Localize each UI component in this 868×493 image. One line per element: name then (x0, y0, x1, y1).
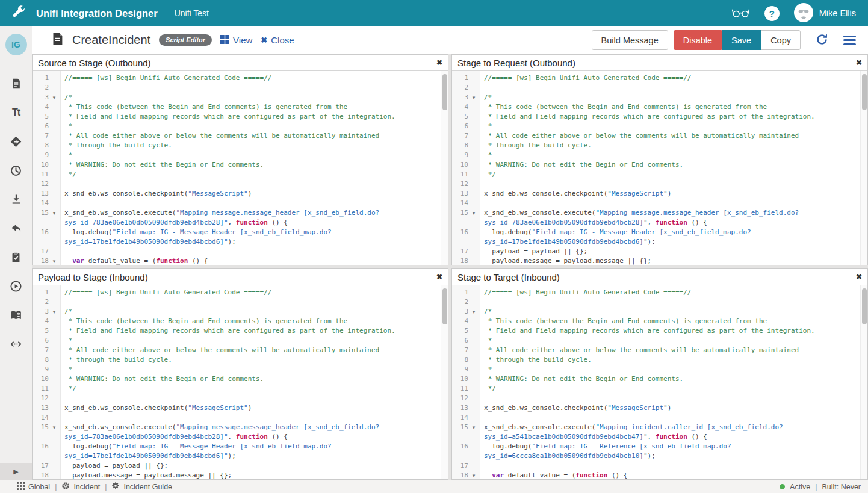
fold-toggle-icon (468, 179, 479, 189)
code-text: * (480, 122, 867, 131)
code-editor[interactable]: 1//===== [ws] Begin Unifi Auto Generated… (33, 71, 448, 265)
code-line: 7 * All code either above or below the c… (33, 131, 448, 141)
close-button[interactable]: ✖ Close (261, 35, 294, 45)
code-text: * (480, 365, 867, 374)
code-line: 15▾x_snd_eb.ws_console.execute("Mapping … (452, 208, 867, 228)
code-line: 10 * WARNING: Do not edit the Begin or E… (33, 374, 448, 384)
code-text: x_snd_eb.ws_console.checkpoint("MessageS… (61, 403, 448, 413)
app-header: Unifi Integration Designer Unifi Test ? … (0, 0, 868, 26)
wrench-icon[interactable] (11, 5, 26, 22)
scrollbar-thumb[interactable] (442, 288, 447, 324)
sidebar-item-download[interactable] (10, 193, 23, 206)
fold-toggle-icon (49, 413, 60, 423)
helm-icon (61, 482, 70, 492)
fold-toggle-icon[interactable]: ▾ (49, 208, 60, 228)
fold-toggle-icon[interactable]: ▾ (468, 471, 479, 479)
close-icon[interactable]: ✖ (856, 58, 862, 67)
close-icon[interactable]: ✖ (856, 273, 862, 281)
vertical-scrollbar[interactable] (860, 71, 867, 265)
user-menu[interactable]: Mike Ellis (794, 3, 856, 24)
sidebar-item-directions[interactable] (10, 135, 23, 148)
refresh-button[interactable] (815, 33, 829, 48)
close-label: Close (271, 35, 294, 45)
breadcrumb-incident[interactable]: Incident (61, 482, 100, 492)
fold-toggle-icon (468, 112, 479, 122)
sidebar-item-undo[interactable] (10, 222, 23, 235)
code-text: * (61, 122, 448, 131)
code-text: x_snd_eb.ws_console.execute("Mapping mes… (61, 208, 448, 228)
close-icon[interactable]: ✖ (436, 58, 442, 67)
copy-button[interactable]: Copy (761, 30, 801, 50)
scrollbar-thumb[interactable] (442, 74, 447, 110)
code-text: x_snd_eb.ws_console.execute("Mapping mes… (61, 423, 448, 442)
code-line: 13x_snd_eb.ws_console.checkpoint("Messag… (452, 189, 867, 199)
sidebar-collapse-button[interactable]: ▶ (0, 463, 32, 480)
code-text: * This code (between the Begin and End c… (61, 317, 448, 326)
fold-toggle-icon[interactable]: ▾ (49, 423, 60, 442)
fold-toggle-icon[interactable]: ▾ (468, 93, 479, 102)
fold-toggle-icon (468, 461, 479, 471)
build-message-button[interactable]: Build Message (592, 30, 668, 50)
glasses-icon[interactable] (731, 7, 750, 20)
fold-toggle-icon[interactable]: ▾ (468, 423, 479, 442)
code-text (61, 297, 448, 307)
sidebar-item-document[interactable] (10, 77, 23, 90)
record-toolbar: CreateIncident Script Editor View ✖ Clos… (32, 26, 868, 54)
fold-toggle-icon[interactable]: ▾ (49, 307, 60, 317)
vertical-scrollbar[interactable] (441, 71, 448, 265)
code-editor[interactable]: 1//===== [ws] Begin Unifi Auto Generated… (33, 285, 448, 479)
view-button[interactable]: View (220, 35, 252, 46)
line-number: 11 (33, 170, 49, 179)
menu-button[interactable] (843, 36, 856, 45)
breadcrumb-incident-guide[interactable]: Incident Guide (111, 482, 172, 492)
sidebar-item-docs[interactable] (10, 308, 23, 321)
code-line: 11 */ (33, 170, 448, 179)
vertical-scrollbar[interactable] (860, 285, 867, 479)
code-line: 18▾ var default_value = (function () { (33, 256, 448, 265)
line-number: 12 (452, 394, 468, 403)
disable-button[interactable]: Disable (674, 30, 722, 50)
line-number: 1 (452, 73, 468, 83)
scrollbar-thumb[interactable] (862, 74, 867, 110)
fold-toggle-icon (49, 179, 60, 189)
panel-stage-to-request: Stage to Request (Outbound) ✖ 1//===== [… (451, 54, 868, 265)
code-editor[interactable]: 1//===== [ws] Begin Unifi Auto Generated… (452, 285, 867, 479)
code-line: 17 (33, 247, 448, 256)
fold-toggle-icon (468, 365, 479, 374)
sidebar-item-text-format[interactable]: Tt (10, 106, 23, 119)
line-number: 9 (452, 150, 468, 160)
view-label: View (233, 35, 252, 45)
save-button[interactable]: Save (722, 30, 761, 50)
vertical-scrollbar[interactable] (441, 285, 448, 479)
line-number: 3 (452, 307, 468, 317)
code-editor[interactable]: 1//===== [ws] Begin Unifi Auto Generated… (452, 71, 867, 265)
sidebar-item-code[interactable] (10, 337, 23, 350)
fold-toggle-icon (468, 189, 479, 199)
scope-global[interactable]: Global (17, 482, 50, 492)
code-line: 16 log.debug("Field map: IG - Message He… (33, 442, 448, 461)
fold-toggle-icon (49, 199, 60, 208)
code-line: 5 * Field and Field mapping records whic… (452, 326, 867, 336)
sidebar: IG Tt (0, 26, 32, 480)
fold-toggle-icon (49, 228, 60, 247)
code-line: 16 log.debug("Field map: IG - Message He… (33, 228, 448, 247)
help-icon[interactable]: ? (764, 6, 780, 21)
code-text: * All code either above or below the com… (61, 346, 448, 355)
sidebar-item-history[interactable] (10, 164, 23, 177)
fold-toggle-icon[interactable]: ▾ (49, 93, 60, 102)
code-text: payload = payload || {}; (480, 247, 867, 256)
close-icon[interactable]: ✖ (436, 273, 442, 281)
sidebar-item-run[interactable] (10, 279, 23, 293)
code-line: 1//===== [ws] Begin Unifi Auto Generated… (33, 288, 448, 297)
code-text: log.debug("Field map: IG - Message Heade… (61, 228, 448, 247)
integration-avatar[interactable]: IG (5, 34, 27, 55)
fold-toggle-icon (49, 112, 60, 122)
line-number: 9 (33, 150, 49, 160)
line-number: 11 (452, 384, 468, 394)
sidebar-item-checklist[interactable] (10, 250, 23, 264)
fold-toggle-icon[interactable]: ▾ (468, 208, 479, 228)
scrollbar-thumb[interactable] (862, 288, 867, 324)
fold-toggle-icon (468, 297, 479, 307)
fold-toggle-icon[interactable]: ▾ (468, 307, 479, 317)
fold-toggle-icon[interactable]: ▾ (49, 256, 60, 265)
